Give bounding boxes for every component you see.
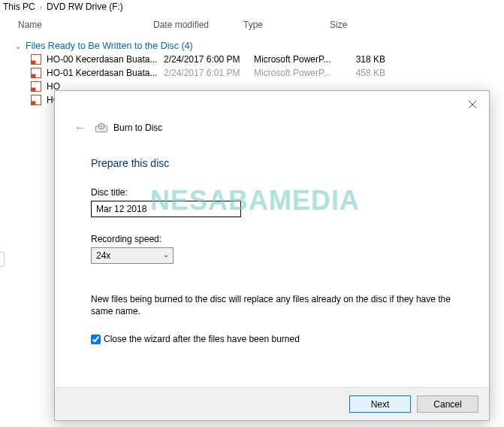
svg-rect-1	[32, 61, 35, 64]
svg-point-12	[101, 126, 102, 127]
file-type: Microsoft PowerP...	[254, 54, 340, 65]
chevron-right-icon: ›	[40, 3, 42, 11]
recording-speed-select[interactable]: 24x	[91, 247, 174, 264]
svg-rect-3	[32, 74, 35, 77]
back-arrow-icon[interactable]: ←	[74, 121, 89, 135]
breadcrumb-thispc[interactable]: This PC	[3, 2, 35, 12]
column-type[interactable]: Type	[243, 20, 330, 30]
column-size[interactable]: Size	[330, 20, 397, 30]
breadcrumb-drive[interactable]: DVD RW Drive (F:)	[47, 2, 123, 12]
close-wizard-label: Close the wizard after the files have be…	[104, 334, 300, 344]
recording-speed-label: Recording speed:	[91, 234, 453, 244]
dialog-footer: Next Cancel	[55, 387, 489, 420]
burn-to-disc-dialog: ← Burn to Disc Prepare this disc Disc ti…	[54, 90, 490, 421]
cancel-button[interactable]: Cancel	[417, 395, 478, 413]
file-name: HO-00 Kecerdasan Buata...	[47, 54, 164, 65]
file-type: Microsoft PowerP...	[254, 68, 340, 78]
breadcrumb[interactable]: This PC › DVD RW Drive (F:)	[0, 0, 504, 15]
dialog-title: Burn to Disc	[113, 123, 162, 133]
dialog-heading: Prepare this disc	[55, 135, 489, 169]
close-button[interactable]	[463, 95, 481, 114]
file-size: 458 KB	[340, 68, 408, 78]
replace-note: New files being burned to the disc will …	[91, 294, 453, 317]
close-wizard-checkbox-row[interactable]: Close the wizard after the files have be…	[91, 334, 453, 344]
powerpoint-icon	[30, 53, 42, 65]
close-icon	[469, 101, 476, 108]
group-label: Files Ready to Be Written to the Disc (4…	[26, 41, 193, 51]
svg-rect-5	[32, 88, 35, 91]
column-headers: Name Date modified Type Size	[0, 15, 504, 33]
powerpoint-icon	[30, 80, 42, 92]
powerpoint-icon	[30, 67, 42, 79]
table-row[interactable]: HO-01 Kecerdasan Buata... 2/24/2017 6:01…	[0, 66, 504, 80]
side-tab	[0, 252, 5, 267]
file-name: HO-01 Kecerdasan Buata...	[47, 68, 164, 78]
file-size: 318 KB	[340, 54, 408, 65]
file-date: 2/24/2017 6:01 PM	[164, 68, 254, 78]
column-date[interactable]: Date modified	[153, 20, 243, 30]
file-date: 2/24/2017 6:00 PM	[164, 54, 254, 65]
powerpoint-icon	[30, 94, 42, 106]
table-row[interactable]: HO-00 Kecerdasan Buata... 2/24/2017 6:00…	[0, 53, 504, 66]
disc-title-input[interactable]	[91, 201, 241, 217]
svg-rect-7	[32, 101, 35, 104]
chevron-down-icon: ⌄	[15, 42, 21, 50]
next-button[interactable]: Next	[349, 395, 411, 413]
disc-title-label: Disc title:	[91, 187, 453, 198]
group-header[interactable]: ⌄ Files Ready to Be Written to the Disc …	[0, 38, 504, 53]
close-wizard-checkbox[interactable]	[91, 335, 101, 344]
disc-drive-icon	[95, 123, 107, 133]
column-name[interactable]: Name	[18, 20, 153, 30]
